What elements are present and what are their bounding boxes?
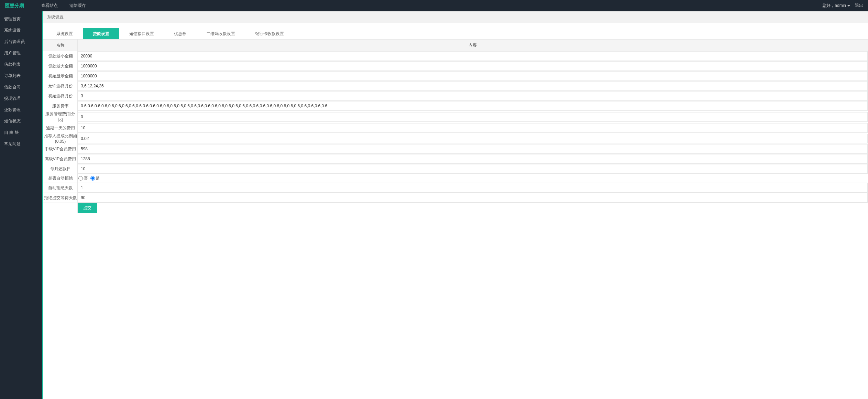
field-input-a2[interactable] xyxy=(78,71,868,81)
field-input-a0[interactable] xyxy=(78,51,868,61)
field-label: 服务管理费(百分比) xyxy=(43,111,78,123)
table-row: 拒绝提交等待天数 xyxy=(43,193,868,203)
field-input-a6[interactable] xyxy=(78,112,868,122)
field-input-a10[interactable] xyxy=(78,154,868,164)
field-label xyxy=(43,203,78,213)
tabs: 系统设置贷款设置短信接口设置优惠券二维码收款设置银行卡收款设置 xyxy=(43,28,868,39)
field-input-a4[interactable] xyxy=(78,91,868,101)
table-row: 贷款最小金额 xyxy=(43,51,868,61)
sidebar-item-8[interactable]: 还款管理 xyxy=(0,104,42,116)
sidebar-item-9[interactable]: 短信状态 xyxy=(0,116,42,127)
field-input-b0[interactable] xyxy=(78,183,868,193)
field-input-a8[interactable] xyxy=(78,134,868,143)
field-input-a3[interactable] xyxy=(78,81,868,91)
sidebar-item-10[interactable]: 自 由 块 xyxy=(0,127,42,138)
settings-table: 名称 内容 贷款最小金额贷款最大金额初始显示金额允许选择月份初始选择月份服务费率… xyxy=(43,39,868,213)
field-label: 自动拒绝天数 xyxy=(43,183,78,193)
sidebar-item-0[interactable]: 管理首页 xyxy=(0,13,42,25)
field-cell xyxy=(78,111,868,123)
auto-reject-no-label: 否 xyxy=(84,175,88,181)
field-cell xyxy=(78,71,868,81)
view-site-link[interactable]: 查看站点 xyxy=(41,3,58,9)
col-header-name: 名称 xyxy=(43,40,78,51)
topbar: 匯豐分期 查看站点 清除缓存 您好，admin 退出 xyxy=(0,0,868,11)
field-cell xyxy=(78,123,868,133)
field-cell xyxy=(78,81,868,91)
table-row: 初始显示金额 xyxy=(43,71,868,81)
table-row: 自动拒绝天数 xyxy=(43,183,868,193)
field-input-a5[interactable] xyxy=(78,101,868,111)
table-row: 提交 xyxy=(43,203,868,213)
content-area: 系统设置 系统设置贷款设置短信接口设置优惠券二维码收款设置银行卡收款设置 名称 … xyxy=(42,11,868,399)
breadcrumb: 系统设置 xyxy=(43,11,868,23)
sidebar-item-1[interactable]: 系统设置 xyxy=(0,25,42,36)
table-row: 中级VIP会员费用 xyxy=(43,144,868,154)
field-label: 贷款最大金额 xyxy=(43,61,78,71)
field-input-a7[interactable] xyxy=(78,123,868,133)
table-row: 每月还款日 xyxy=(43,164,868,174)
col-header-content: 内容 xyxy=(78,40,868,51)
field-cell xyxy=(78,101,868,111)
top-right: 您好，admin 退出 xyxy=(822,3,863,9)
table-row: 高级VIP会员费用 xyxy=(43,154,868,164)
auto-reject-no-radio[interactable] xyxy=(78,176,83,181)
field-cell xyxy=(78,133,868,144)
field-cell xyxy=(78,51,868,61)
sidebar: 管理首页系统设置后台管理员用户管理借款列表订单列表借款合同提现管理还款管理短信状… xyxy=(0,11,42,399)
user-menu[interactable]: 您好，admin xyxy=(822,3,850,9)
field-cell xyxy=(78,61,868,71)
field-cell xyxy=(78,164,868,174)
tab-3[interactable]: 优惠券 xyxy=(164,28,196,39)
field-input-a11[interactable] xyxy=(78,164,868,174)
field-label: 初始显示金额 xyxy=(43,71,78,81)
field-cell xyxy=(78,183,868,193)
tab-4[interactable]: 二维码收款设置 xyxy=(196,28,245,39)
table-row: 初始选择月份 xyxy=(43,91,868,101)
logout-link[interactable]: 退出 xyxy=(855,3,863,9)
field-label: 是否自动拒绝 xyxy=(43,174,78,183)
table-row: 贷款最大金额 xyxy=(43,61,868,71)
table-row: 是否自动拒绝否是 xyxy=(43,174,868,183)
sidebar-item-5[interactable]: 订单列表 xyxy=(0,70,42,82)
field-input-a9[interactable] xyxy=(78,144,868,154)
auto-reject-yes-label: 是 xyxy=(96,175,100,181)
sidebar-item-11[interactable]: 常见问题 xyxy=(0,138,42,150)
table-row: 服务管理费(百分比) xyxy=(43,111,868,123)
tab-0[interactable]: 系统设置 xyxy=(46,28,83,39)
brand-logo: 匯豐分期 xyxy=(5,3,24,9)
field-label: 服务费率 xyxy=(43,101,78,111)
sidebar-item-3[interactable]: 用户管理 xyxy=(0,47,42,59)
caret-down-icon xyxy=(847,5,850,7)
clear-cache-link[interactable]: 清除缓存 xyxy=(69,3,86,9)
tab-1[interactable]: 贷款设置 xyxy=(83,28,119,39)
field-input-b1[interactable] xyxy=(78,193,868,203)
tab-5[interactable]: 银行卡收款设置 xyxy=(245,28,294,39)
sidebar-item-6[interactable]: 借款合同 xyxy=(0,82,42,93)
auto-reject-yes-radio[interactable] xyxy=(90,176,95,181)
field-label: 每月还款日 xyxy=(43,164,78,174)
submit-cell: 提交 xyxy=(78,203,868,213)
sidebar-item-7[interactable]: 提现管理 xyxy=(0,93,42,104)
table-row: 逾期一天的费用 xyxy=(43,123,868,133)
submit-button[interactable]: 提交 xyxy=(78,203,97,213)
sidebar-item-4[interactable]: 借款列表 xyxy=(0,59,42,70)
tab-2[interactable]: 短信接口设置 xyxy=(119,28,164,39)
user-greeting-text: 您好，admin xyxy=(822,3,846,9)
field-label: 推荐人提成比例如(0.05) xyxy=(43,133,78,144)
field-cell xyxy=(78,144,868,154)
field-label: 拒绝提交等待天数 xyxy=(43,193,78,203)
table-row: 推荐人提成比例如(0.05) xyxy=(43,133,868,144)
field-label: 允许选择月份 xyxy=(43,81,78,91)
field-cell: 否是 xyxy=(78,174,868,183)
field-cell xyxy=(78,91,868,101)
field-cell xyxy=(78,193,868,203)
field-label: 中级VIP会员费用 xyxy=(43,144,78,154)
field-label: 贷款最小金额 xyxy=(43,51,78,61)
field-label: 逾期一天的费用 xyxy=(43,123,78,133)
table-row: 允许选择月份 xyxy=(43,81,868,91)
field-label: 高级VIP会员费用 xyxy=(43,154,78,164)
field-input-a1[interactable] xyxy=(78,61,868,71)
table-row: 服务费率 xyxy=(43,101,868,111)
field-cell xyxy=(78,154,868,164)
sidebar-item-2[interactable]: 后台管理员 xyxy=(0,36,42,47)
